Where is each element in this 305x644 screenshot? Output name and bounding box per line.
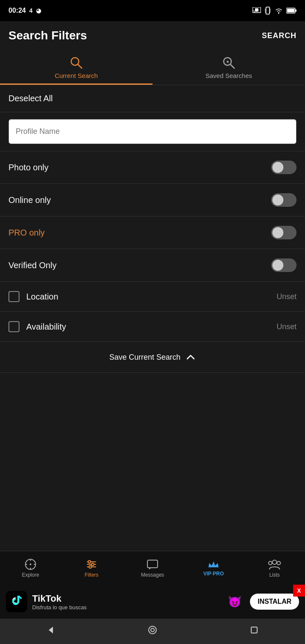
nav-item-filters[interactable]: Filters <box>61 551 122 585</box>
network-indicator: 4 <box>29 7 33 14</box>
home-button[interactable] <box>139 621 166 641</box>
profile-name-input[interactable] <box>8 119 297 144</box>
tiktok-icon <box>9 594 24 609</box>
availability-row: Availability Unset <box>0 312 305 342</box>
status-bar: 00:24 4 ◕ <box>0 0 305 21</box>
nav-item-explore[interactable]: Explore <box>0 551 61 585</box>
status-right <box>252 6 297 15</box>
nav-filters-label: Filters <box>85 572 99 578</box>
back-button[interactable] <box>38 621 64 641</box>
svg-rect-10 <box>295 9 297 11</box>
ad-devil-emoji: 😈 <box>228 595 241 608</box>
saved-searches-icon: ★ <box>222 56 236 69</box>
verified-only-thumb <box>272 260 283 271</box>
chat-icon <box>147 558 158 570</box>
ad-brand-name: TikTok <box>32 593 87 604</box>
photo-only-track <box>271 161 297 174</box>
svg-text:★: ★ <box>226 59 230 64</box>
nav-lists-label: Lists <box>269 572 280 578</box>
nav-item-vip[interactable]: VIP·PRO <box>183 551 244 585</box>
page-title: Search Filters <box>8 29 87 42</box>
tab-saved-searches-label: Saved Searches <box>205 72 252 79</box>
compass-icon <box>25 558 36 570</box>
ad-close-button[interactable]: X <box>293 585 305 597</box>
svg-rect-2 <box>266 7 269 14</box>
ad-banner: X TikTok Disfruta lo que buscas 😈 INSTAL… <box>0 585 305 619</box>
svg-rect-1 <box>255 8 258 11</box>
photo-only-label: Photo only <box>8 163 49 172</box>
photo-only-row: Photo only <box>0 151 305 184</box>
cast-icon <box>252 7 261 14</box>
verified-only-track <box>271 258 297 272</box>
crown-icon <box>208 560 219 569</box>
tab-current-search[interactable]: Current Search <box>0 50 152 85</box>
photo-only-toggle[interactable] <box>271 161 297 174</box>
search-button[interactable]: SEARCH <box>262 31 297 40</box>
location-icon: ◕ <box>36 7 41 14</box>
ad-install-button[interactable]: INSTALAR <box>250 594 299 610</box>
system-nav <box>0 619 305 644</box>
ad-brand-info: TikTok Disfruta lo que buscas <box>32 593 87 611</box>
photo-only-thumb <box>272 162 283 173</box>
pro-only-toggle[interactable] <box>271 226 297 239</box>
ad-logo-container <box>6 591 27 612</box>
chevron-up-icon <box>186 352 196 362</box>
location-value: Unset <box>277 292 297 301</box>
availability-checkbox[interactable] <box>8 321 19 332</box>
profile-name-row <box>0 112 305 151</box>
svg-point-27 <box>92 563 94 566</box>
group-icon <box>268 558 281 570</box>
svg-point-31 <box>269 561 272 565</box>
recents-button[interactable] <box>241 621 267 641</box>
pro-only-label: PRO only <box>8 228 45 238</box>
location-checkbox[interactable] <box>8 291 19 302</box>
svg-point-30 <box>272 560 277 564</box>
nav-item-messages[interactable]: Messages <box>122 551 183 585</box>
current-search-icon <box>69 56 83 69</box>
svg-marker-33 <box>49 627 53 633</box>
tab-saved-searches[interactable]: ★ Saved Searches <box>152 50 305 85</box>
pro-only-thumb <box>272 227 283 238</box>
nav-item-lists[interactable]: Lists <box>244 551 305 585</box>
wifi-icon <box>274 7 283 14</box>
bottom-navigation: Explore Filters Messages VIP·PRO <box>0 551 305 585</box>
verified-only-toggle[interactable] <box>271 258 297 272</box>
save-search-label: Save Current Search <box>109 353 180 362</box>
svg-point-34 <box>149 626 156 634</box>
online-only-thumb <box>272 194 283 205</box>
online-only-row: Online only <box>0 184 305 217</box>
svg-point-26 <box>88 561 91 563</box>
svg-line-15 <box>230 64 234 68</box>
svg-point-35 <box>151 628 154 632</box>
svg-point-28 <box>89 566 92 568</box>
time-display: 00:24 <box>8 7 26 14</box>
deselect-all-button[interactable]: Deselect All <box>8 94 53 103</box>
filter-content: Deselect All Photo only Online only PRO … <box>0 85 305 551</box>
verified-only-row: Verified Only <box>0 249 305 282</box>
deselect-all-row: Deselect All <box>0 85 305 112</box>
header: Search Filters SEARCH <box>0 21 305 50</box>
location-label: Location <box>26 292 277 302</box>
tab-current-search-label: Current Search <box>55 72 98 79</box>
vibrate-icon <box>264 6 271 15</box>
nav-explore-label: Explore <box>22 572 39 578</box>
svg-rect-29 <box>147 560 158 568</box>
nav-messages-label: Messages <box>141 572 164 578</box>
tabs-container: Current Search ★ Saved Searches <box>0 50 305 85</box>
status-left: 00:24 4 ◕ <box>8 7 41 14</box>
svg-rect-11 <box>287 9 294 13</box>
svg-point-22 <box>30 564 31 565</box>
verified-only-label: Verified Only <box>8 261 56 270</box>
battery-icon <box>286 8 297 14</box>
ad-tagline: Disfruta lo que buscas <box>32 604 87 611</box>
online-only-label: Online only <box>8 195 51 205</box>
online-only-toggle[interactable] <box>271 193 297 207</box>
save-search-row[interactable]: Save Current Search <box>0 342 305 373</box>
sliders-icon <box>86 558 97 570</box>
availability-value: Unset <box>277 322 297 331</box>
availability-label: Availability <box>26 322 277 332</box>
location-row: Location Unset <box>0 282 305 312</box>
pro-only-row: PRO only <box>0 217 305 249</box>
nav-vip-label: VIP·PRO <box>203 571 224 577</box>
pro-only-track <box>271 226 297 239</box>
